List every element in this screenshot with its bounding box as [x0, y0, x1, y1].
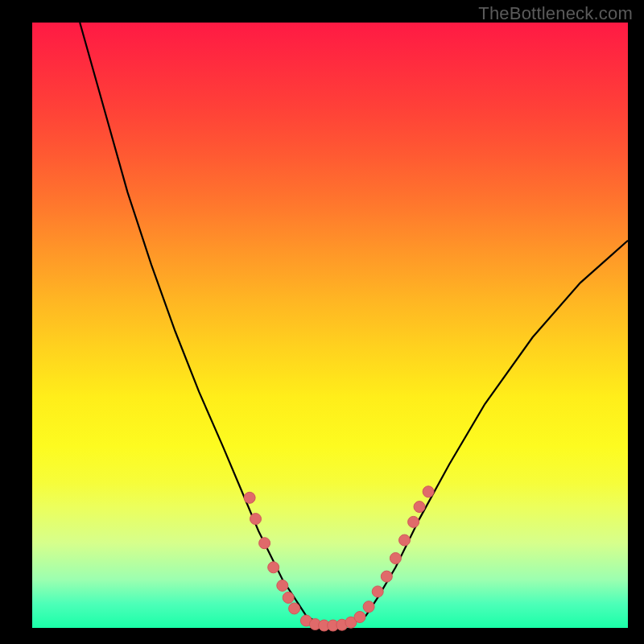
curve-marker	[399, 535, 411, 546]
curve-marker	[259, 538, 270, 549]
curve-marker	[381, 571, 392, 582]
curve-marker	[244, 492, 255, 503]
curve-marker	[408, 516, 419, 527]
curve-marker	[414, 502, 425, 513]
chart-svg	[32, 23, 628, 628]
bottleneck-curve	[80, 23, 628, 625]
curve-marker	[354, 612, 365, 623]
curve-marker	[363, 601, 374, 613]
curve-marker	[268, 562, 279, 573]
curve-marker	[390, 553, 401, 564]
curve-marker	[283, 592, 294, 603]
curve-marker	[277, 580, 288, 591]
plot-area	[32, 23, 628, 628]
curve-marker	[423, 486, 434, 497]
curve-marker	[289, 603, 300, 614]
watermark-label: TheBottleneck.com	[478, 3, 633, 24]
curve-marker	[250, 514, 262, 525]
chart-frame: TheBottleneck.com	[0, 0, 644, 644]
curve-marker	[372, 586, 383, 597]
